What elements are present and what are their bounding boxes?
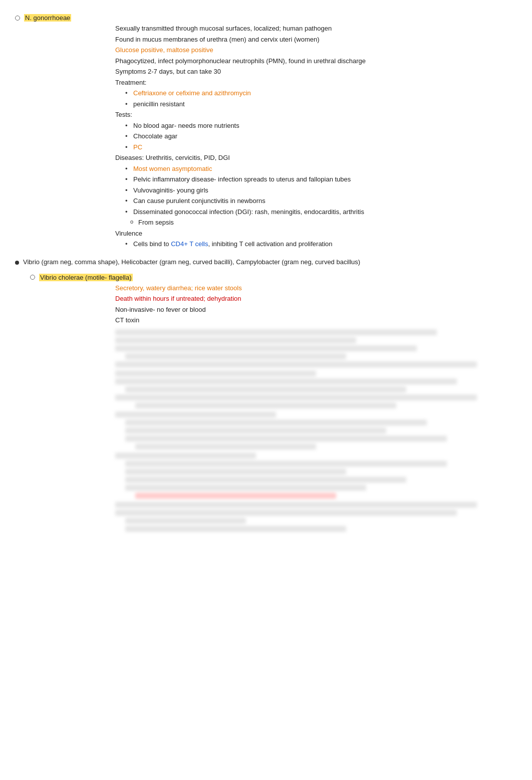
gonorrhoeae-header: N. gonorrhoeae — [15, 14, 517, 22]
test-item-2: Chocolate agar — [125, 131, 517, 141]
treatment-item-1: Ceftriaxone or cefixime and azithromycin — [125, 88, 517, 98]
line1: Sexually transmitted through mucosal sur… — [115, 24, 517, 34]
vibrio-title: Vibrio cholerae (motile- flagella) — [39, 274, 133, 281]
line5: Symptoms 2-7 days, but can take 30 — [115, 67, 517, 77]
treatment-header: Treatment: — [115, 78, 517, 88]
tests-list: No blood agar- needs more nutrients Choc… — [115, 121, 517, 152]
vibrio-intro-item: Vibrio (gram neg, comma shape), Helicoba… — [15, 258, 517, 266]
test-item-3: PC — [125, 142, 517, 152]
gonorrhoeae-section: N. gonorrhoeae Sexually transmitted thro… — [15, 14, 517, 249]
tests-header: Tests: — [115, 110, 517, 120]
blurred-content-1 — [115, 329, 517, 367]
vibrio-line4: CT toxin — [115, 315, 517, 325]
vibrio-line1: Secretory, watery diarrhea; rice water s… — [115, 283, 517, 293]
virulence-list: Cells bind to CD4+ T cells, inhibiting T… — [115, 239, 517, 249]
vibrio-header: Vibrio cholerae (motile- flagella) — [15, 274, 517, 281]
dgi-sub-item: From sepsis — [130, 218, 517, 228]
disease-item-5: Disseminated gonococcal infection (DGI):… — [125, 207, 517, 217]
line3-colored: Glucose positive, maltose positive — [115, 45, 517, 55]
gonorrhoeae-content: Sexually transmitted through mucosal sur… — [15, 24, 517, 249]
dgi-sub-list: From sepsis — [115, 218, 517, 228]
blurred-content-2 — [115, 370, 517, 409]
line2: Found in mucus membranes of urethra (men… — [115, 35, 517, 45]
diseases-header: Diseases: Urethritis, cervicitis, PID, D… — [115, 153, 517, 163]
virulence-text-after: , inhibiting T cell activation and proli… — [208, 240, 332, 248]
treatment-item-2: penicillin resistant — [125, 99, 517, 109]
disease-item-1-colored: Most women asymptomatic — [133, 165, 212, 172]
vibrio-line3: Non-invasive- no fever or blood — [115, 305, 517, 315]
blurred-content-5 — [115, 502, 517, 532]
blurred-content-4 — [115, 453, 517, 499]
virulence-text-before: Cells bind to — [133, 240, 171, 248]
virulence-header: Virulence — [115, 229, 517, 239]
virulence-cd4-link: CD4+ T cells — [171, 240, 208, 248]
treatment-list: Ceftriaxone or cefixime and azithromycin… — [115, 88, 517, 109]
disease-item-1: Most women asymptomatic — [125, 164, 517, 174]
test-item-1: No blood agar- needs more nutrients — [125, 121, 517, 131]
vibrio-section: Vibrio cholerae (motile- flagella) Secre… — [15, 274, 517, 532]
disease-item-4: Can cause purulent conjunctivitis in new… — [125, 196, 517, 206]
vibrio-line2: Death within hours if untreated; dehydra… — [115, 294, 517, 304]
treatment-colored-1: Ceftriaxone or cefixime and azithromycin — [133, 89, 251, 97]
disease-item-2: Pelvic inflammatory disease- infection s… — [125, 174, 517, 184]
line4: Phagocytized, infect polymorphonuclear n… — [115, 56, 517, 66]
disease-item-3: Vulvovaginitis- young girls — [125, 185, 517, 196]
circle-bullet — [15, 16, 20, 21]
diseases-list: Most women asymptomatic Pelvic inflammat… — [115, 164, 517, 217]
blurred-content-3 — [115, 412, 517, 450]
vibrio-content: Secretory, watery diarrhea; rice water s… — [15, 283, 517, 532]
vibrio-intro-text: Vibrio (gram neg, comma shape), Helicoba… — [23, 258, 360, 266]
vibrio-intro-bullet — [15, 261, 19, 265]
vibrio-circle-bullet — [30, 275, 35, 280]
virulence-item-1: Cells bind to CD4+ T cells, inhibiting T… — [125, 239, 517, 249]
test-item-3-colored: PC — [133, 143, 142, 151]
gonorrhoeae-title: N. gonorrhoeae — [24, 14, 71, 22]
